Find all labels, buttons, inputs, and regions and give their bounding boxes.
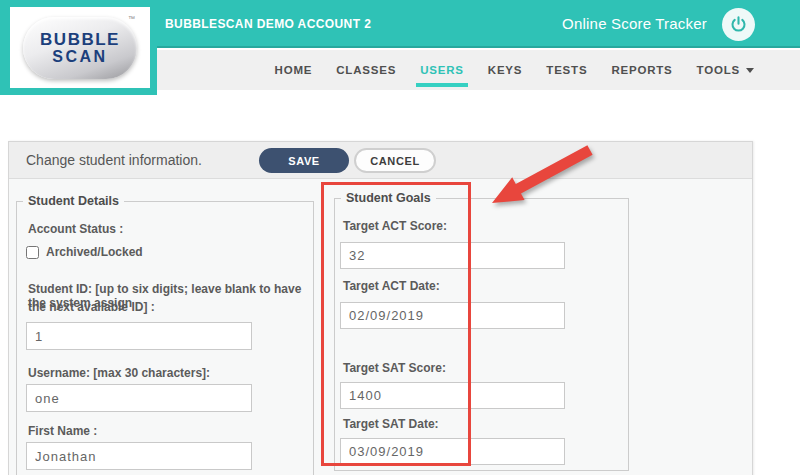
target-act-score-input[interactable] [340, 242, 565, 269]
logo: ™ BUBBLE SCAN [10, 7, 150, 88]
app-title: Online Score Tracker [562, 15, 707, 32]
target-act-date-label: Target ACT Date: [343, 279, 440, 293]
archived-locked-checkbox[interactable] [26, 246, 39, 259]
save-button[interactable]: SAVE [259, 148, 349, 173]
student-id-input[interactable] [26, 322, 252, 350]
nav-item-tools[interactable]: TOOLS [697, 50, 754, 90]
app-root: BUBBLESCAN DEMO ACCOUNT 2 Online Score T… [0, 0, 800, 475]
student-id-label-line2: the next available ID] : [28, 300, 155, 314]
cancel-button[interactable]: CANCEL [354, 148, 436, 173]
bubblescan-logo-pill: ™ BUBBLE SCAN [23, 17, 137, 79]
student-details-legend: Student Details [23, 194, 124, 208]
username-input[interactable] [26, 384, 252, 412]
first-name-input[interactable] [26, 442, 252, 470]
nav-item-keys[interactable]: KEYS [488, 50, 523, 90]
logo-text-scan: SCAN [52, 48, 107, 65]
student-goals-fieldset: Student Goals Target ACT Score: Target A… [334, 191, 629, 471]
panel-message: Change student information. [26, 152, 202, 168]
edit-student-panel: Change student information. SAVE CANCEL … [8, 141, 753, 475]
student-details-fieldset: Student Details Account Status : Archive… [16, 194, 314, 475]
logo-container: ™ BUBBLE SCAN [0, 0, 157, 95]
nav-item-reports[interactable]: REPORTS [611, 50, 672, 90]
logout-power-button[interactable] [722, 8, 755, 41]
nav-item-tests[interactable]: TESTS [546, 50, 587, 90]
nav-item-users[interactable]: USERS [420, 50, 464, 90]
account-status-label: Account Status : [28, 222, 123, 236]
target-sat-date-input[interactable] [340, 438, 565, 465]
first-name-label: First Name : [28, 424, 97, 438]
chevron-down-icon [746, 68, 754, 73]
archived-locked-row: Archived/Locked [26, 245, 143, 259]
nav-item-classes[interactable]: CLASSES [336, 50, 396, 90]
target-act-date-input[interactable] [340, 302, 565, 329]
student-goals-legend: Student Goals [341, 191, 436, 205]
trademark-symbol: ™ [128, 15, 135, 22]
username-label: Username: [max 30 characters]: [28, 366, 210, 380]
target-act-score-label: Target ACT Score: [343, 219, 447, 233]
target-sat-date-label: Target SAT Date: [343, 417, 439, 431]
nav-item-tools-label: TOOLS [697, 64, 740, 76]
logo-text-bubble: BUBBLE [40, 31, 120, 48]
panel-header: Change student information. SAVE CANCEL [9, 142, 752, 179]
nav-item-home[interactable]: HOME [275, 50, 313, 90]
account-title: BUBBLESCAN DEMO ACCOUNT 2 [165, 17, 371, 31]
power-icon [729, 15, 748, 34]
target-sat-score-label: Target SAT Score: [343, 361, 446, 375]
target-sat-score-input[interactable] [340, 382, 565, 409]
archived-locked-label: Archived/Locked [46, 245, 143, 259]
